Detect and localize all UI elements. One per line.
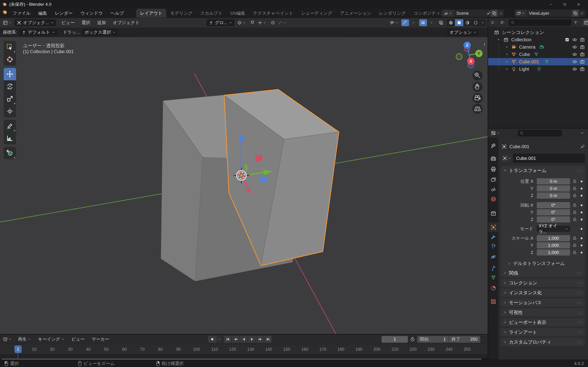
outliner-search[interactable]	[509, 19, 571, 26]
outliner-row-Collection[interactable]: Collection	[488, 36, 588, 43]
render-visibility-icon[interactable]	[580, 37, 585, 42]
timeline-menu-2[interactable]: ビュー	[68, 336, 88, 342]
tool-scale-button[interactable]	[4, 93, 16, 105]
pin-icon[interactable]	[486, 11, 491, 16]
disclosure-collapsed-icon[interactable]	[505, 67, 509, 71]
timeline-track-area[interactable]	[0, 354, 488, 358]
show-gizmos-toggle[interactable]	[401, 19, 409, 26]
animate-dot[interactable]	[581, 237, 582, 239]
properties-tab-constraints[interactable]	[488, 264, 498, 273]
lock-icon[interactable]	[572, 186, 577, 191]
tool-annotate-button[interactable]	[4, 120, 16, 132]
panel-header-モーションパス[interactable]: モーションパス::::	[501, 298, 585, 307]
outliner-label-Light[interactable]: Light	[519, 65, 529, 73]
render-visibility-icon[interactable]	[580, 52, 585, 57]
stopwatch-icon[interactable]	[410, 337, 415, 342]
auto-keying-toggle[interactable]	[208, 336, 216, 343]
pivot-point-dropdown[interactable]	[236, 19, 247, 26]
outliner-label-Cube[interactable]: Cube	[519, 51, 530, 58]
show-overlays-toggle[interactable]	[419, 19, 427, 26]
topbar-menu-0[interactable]: ファイル	[9, 9, 35, 18]
sidebar-collapse-arrow[interactable]: ‹	[484, 41, 485, 47]
drag-dots-icon[interactable]: ::::	[577, 311, 582, 314]
animate-dot[interactable]	[581, 244, 582, 246]
panel-header-インスタンス化[interactable]: インスタンス化::::	[501, 289, 585, 297]
drag-dots-icon[interactable]: ::::	[577, 281, 582, 285]
outliner-filter-button[interactable]	[573, 19, 581, 26]
eye-icon[interactable]	[572, 59, 577, 64]
outliner-row-Cube.001[interactable]: Cube.001	[488, 58, 588, 65]
view-layer-remove-button[interactable]	[579, 10, 585, 17]
properties-editor-type-button[interactable]	[490, 130, 501, 136]
outliner-label-Cube.001[interactable]: Cube.001	[519, 58, 539, 65]
camera-view-button[interactable]	[473, 93, 483, 103]
editor-type-button[interactable]	[2, 19, 13, 26]
viewport-menu-2[interactable]: 追加	[94, 20, 109, 26]
shading-wireframe-button[interactable]	[447, 19, 455, 26]
viewport-menu-1[interactable]: 選択	[78, 20, 94, 26]
transform-field-8[interactable]: 1.000	[537, 242, 570, 248]
workspace-tab-2[interactable]: スカルプト	[196, 9, 226, 18]
snap-toggle[interactable]	[249, 19, 256, 26]
transform-panel-header[interactable]: トランスフォーム ::::	[501, 166, 585, 175]
panel-モーションパス[interactable]: モーションパス::::	[501, 298, 585, 307]
transform-orientation-dropdown[interactable]: グロ...	[207, 19, 235, 26]
animate-dot[interactable]	[581, 188, 582, 190]
workspace-tab-1[interactable]: モデリング	[166, 9, 196, 18]
drag-dots-icon[interactable]: ::::	[577, 330, 582, 334]
topbar-menu-2[interactable]: レンダー	[51, 9, 77, 18]
scene-selector[interactable]: Scene	[442, 10, 504, 17]
pin-icon[interactable]	[580, 144, 585, 149]
outliner-row-Light[interactable]: Light	[488, 65, 588, 73]
lock-icon[interactable]	[572, 236, 577, 240]
lock-icon[interactable]	[572, 243, 577, 248]
drag-dots-icon[interactable]: ::::	[577, 169, 582, 172]
animate-dot[interactable]	[581, 204, 582, 206]
timeline-menu-1[interactable]: キーイング	[35, 336, 68, 342]
tool-select-box-button[interactable]	[4, 41, 16, 53]
transform-field-5[interactable]: 0°	[537, 216, 570, 223]
workspace-tab-6[interactable]: アニメーション	[336, 9, 375, 18]
object-name-field[interactable]: Cube.001	[501, 154, 585, 163]
breadcrumb-object[interactable]: Cube.001	[510, 144, 529, 149]
lock-icon[interactable]	[572, 203, 577, 207]
snap-to-dropdown[interactable]	[257, 19, 267, 26]
next-keyframe-button[interactable]	[256, 336, 264, 343]
current-frame-field[interactable]: 1	[381, 336, 408, 343]
topbar-menu-4[interactable]: ヘルプ	[107, 9, 128, 18]
panel-インスタンス化[interactable]: インスタンス化::::	[501, 289, 585, 297]
tool-move-button[interactable]	[4, 68, 16, 80]
properties-tab-texture[interactable]	[488, 297, 498, 307]
outliner-search-input[interactable]	[516, 20, 569, 25]
properties-tab-view-layer[interactable]	[488, 175, 498, 184]
zoom-button[interactable]	[473, 70, 483, 81]
viewport-menu-0[interactable]: ビュー	[58, 20, 78, 26]
view-layer-name[interactable]: ViewLayer	[526, 11, 572, 16]
drag-dots-icon[interactable]: ::::	[577, 320, 582, 324]
outliner-editor-type-button[interactable]	[490, 19, 498, 26]
panel-header-ビューポート表示[interactable]: ビューポート表示::::	[501, 318, 585, 326]
transform-field-3[interactable]: 0°	[537, 202, 570, 208]
outliner-row-Cube[interactable]: Cube	[488, 51, 588, 58]
gizmos-dropdown[interactable]	[409, 19, 417, 26]
render-visibility-icon[interactable]	[580, 44, 585, 50]
scene-name[interactable]: Scene	[454, 11, 486, 16]
close-button[interactable]	[575, 1, 582, 8]
animate-dot[interactable]	[581, 228, 582, 230]
transform-field-6[interactable]: XYZ オイラ...	[537, 226, 570, 232]
viewport-menu-3[interactable]: オブジェクト	[109, 20, 143, 26]
lock-icon[interactable]	[572, 250, 577, 255]
panel-ビューポート表示[interactable]: ビューポート表示::::	[501, 318, 585, 326]
workspace-tab-5[interactable]: シェーディング	[297, 9, 336, 18]
drag-mode-dropdown[interactable]: ボックス選択	[82, 29, 118, 36]
panel-ラインアート[interactable]: ラインアート::::	[501, 328, 585, 336]
outliner-display-mode-button[interactable]	[499, 19, 507, 26]
animate-dot[interactable]	[581, 252, 582, 253]
overlays-dropdown[interactable]	[427, 19, 435, 26]
drag-dots-icon[interactable]: ::::	[577, 291, 582, 294]
properties-tab-particles[interactable]	[488, 241, 498, 251]
play-button[interactable]	[248, 336, 256, 343]
drag-dots-icon[interactable]: ::::	[577, 301, 582, 304]
transform-field-7[interactable]: 1.000	[537, 235, 570, 241]
timeline-menu-0[interactable]: 再生	[15, 336, 35, 342]
